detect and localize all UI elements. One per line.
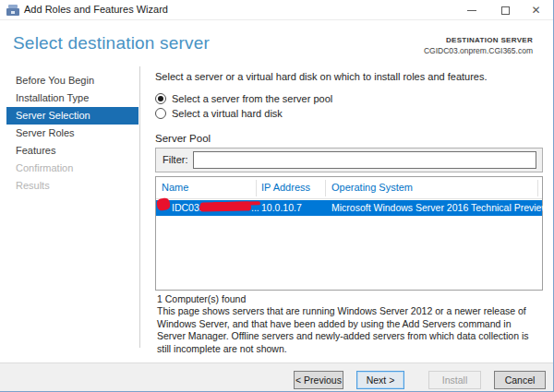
title-bar: Add Roles and Features Wizard ✕ <box>0 0 554 20</box>
close-button[interactable]: ✕ <box>522 0 550 20</box>
filter-label: Filter: <box>163 154 188 165</box>
sidebar-item-features[interactable]: Features <box>6 142 138 160</box>
computers-found-count: 1 Computer(s) found <box>157 293 246 304</box>
install-button: Install <box>428 371 481 389</box>
destination-server-value: CGIDC03.onprem.CGI365.com <box>424 46 533 55</box>
maximize-icon <box>501 6 510 15</box>
server-row-selected[interactable]: IDC03. ... 10.0.10.7 Microsoft Windows S… <box>156 200 542 216</box>
filter-input[interactable] <box>193 151 536 169</box>
cancel-button[interactable]: Cancel <box>494 371 546 389</box>
radio-select-server-pool[interactable]: Select a server from the server pool <box>155 93 332 104</box>
destination-server-label: DESTINATION SERVER <box>424 36 533 44</box>
column-separator <box>325 180 326 196</box>
server-ip-cell: 10.0.10.7 <box>261 200 302 216</box>
column-separator <box>256 180 257 196</box>
sidebar-item-confirmation: Confirmation <box>6 160 138 177</box>
server-pool-section-label: Server Pool <box>155 133 211 144</box>
pane-divider <box>139 66 140 348</box>
table-header-row: Name IP Address Operating System <box>156 177 542 199</box>
wizard-window: Add Roles and Features Wizard ✕ Select d… <box>0 0 554 392</box>
sidebar-item-server-selection[interactable]: Server Selection <box>6 107 138 125</box>
maximize-button[interactable] <box>491 0 520 20</box>
server-name-ellipsis: ... <box>251 200 259 216</box>
sidebar-item-before-you-begin[interactable]: Before You Begin <box>6 72 138 89</box>
footer-bar: < Previous Next > Install Cancel <box>0 362 554 392</box>
sidebar-item-results: Results <box>6 177 138 195</box>
radio-server-pool-label: Select a server from the server pool <box>172 93 332 104</box>
radio-selected-icon <box>155 93 166 104</box>
wizard-icon <box>6 5 19 16</box>
redaction-mark-icon <box>199 204 251 212</box>
radio-select-vhd[interactable]: Select a virtual hard disk <box>155 108 283 119</box>
column-separator <box>537 180 538 196</box>
page-description: This page shows servers that are running… <box>157 305 542 355</box>
next-button[interactable]: Next > <box>356 371 404 389</box>
server-os-cell: Microsoft Windows Server 2016 Technical … <box>331 200 554 216</box>
wizard-steps-sidebar: Before You Begin Installation Type Serve… <box>0 72 139 195</box>
previous-button[interactable]: < Previous <box>294 371 343 389</box>
server-name-text: IDC03. <box>172 200 202 216</box>
redaction-mark-icon <box>156 197 171 211</box>
close-icon: ✕ <box>531 5 540 16</box>
sidebar-item-server-roles[interactable]: Server Roles <box>6 125 138 142</box>
radio-vhd-label: Select a virtual hard disk <box>172 108 283 119</box>
page-title: Select destination server <box>13 33 210 53</box>
minimize-button[interactable] <box>457 0 486 20</box>
radio-unselected-icon <box>155 108 166 119</box>
column-header-name[interactable]: Name <box>162 182 188 193</box>
filter-strip: Filter: <box>155 148 543 172</box>
sidebar-item-installation-type[interactable]: Installation Type <box>6 89 138 107</box>
window-title: Add Roles and Features Wizard <box>24 4 168 15</box>
column-header-operating-system[interactable]: Operating System <box>331 182 413 193</box>
destination-server-block: DESTINATION SERVER CGIDC03.onprem.CGI365… <box>424 36 533 55</box>
column-header-ip-address[interactable]: IP Address <box>261 182 310 193</box>
intro-text: Select a server or a virtual hard disk o… <box>155 71 488 82</box>
minimize-icon <box>467 10 476 11</box>
server-pool-table: Name IP Address Operating System IDC03. … <box>155 176 543 291</box>
